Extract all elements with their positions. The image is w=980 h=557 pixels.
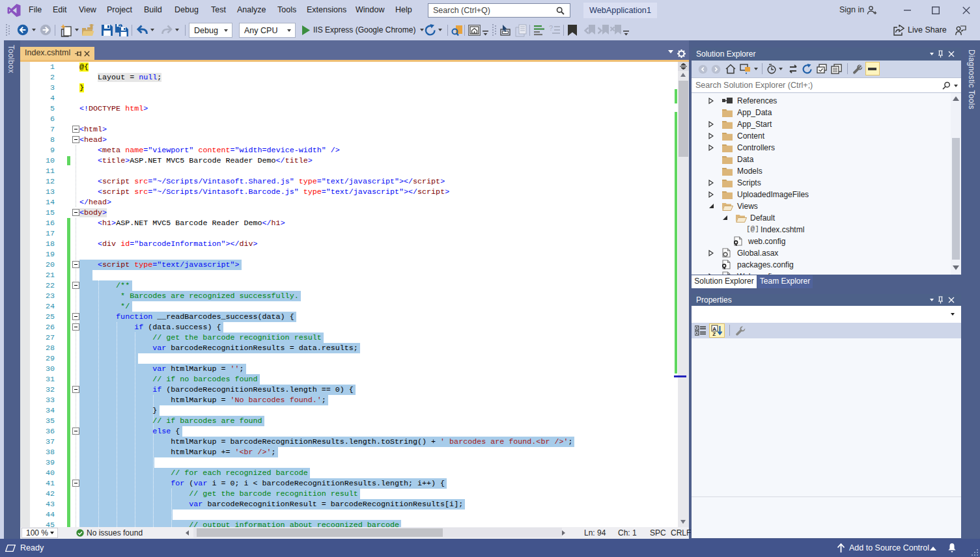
svg-text:Z: Z: [712, 331, 716, 336]
svg-text:?: ?: [549, 25, 553, 32]
